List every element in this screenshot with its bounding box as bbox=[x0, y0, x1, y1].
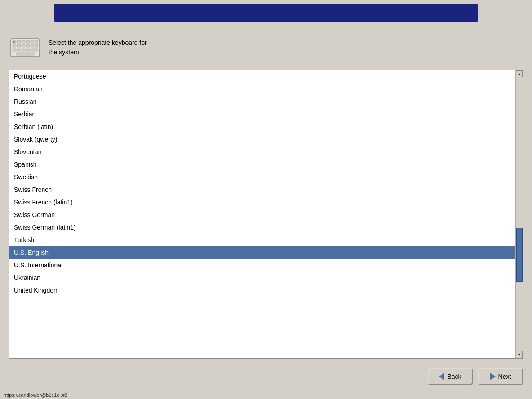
list-item[interactable]: Slovenian bbox=[9, 146, 515, 158]
scroll-thumb[interactable] bbox=[516, 228, 523, 282]
back-label: Back bbox=[447, 373, 461, 380]
list-item[interactable]: Spanish bbox=[9, 158, 515, 171]
header-section: N Select the appropriate keyboard for th… bbox=[9, 31, 523, 64]
svg-rect-8 bbox=[17, 44, 21, 47]
instruction-line2: the system. bbox=[49, 49, 81, 56]
list-item[interactable]: Swiss German bbox=[9, 208, 515, 221]
list-item[interactable]: Slovak (qwerty) bbox=[9, 133, 515, 146]
svg-rect-5 bbox=[31, 40, 34, 43]
list-item[interactable]: U.S. English bbox=[9, 246, 515, 259]
top-bar bbox=[54, 4, 478, 22]
instruction-line1: Select the appropriate keyboard for bbox=[49, 39, 147, 46]
next-label: Next bbox=[498, 373, 511, 380]
svg-rect-4 bbox=[26, 40, 30, 43]
list-item[interactable]: Russian bbox=[9, 95, 515, 108]
keyboard-list[interactable]: PortugueseRomanianRussianSerbianSerbian … bbox=[9, 70, 515, 358]
list-item[interactable]: Serbian bbox=[9, 108, 515, 120]
scroll-track bbox=[516, 77, 523, 351]
list-item[interactable]: Swedish bbox=[9, 171, 515, 183]
svg-rect-6 bbox=[35, 40, 38, 43]
bottom-buttons: Back Next bbox=[428, 368, 523, 385]
scroll-down-button[interactable]: ▼ bbox=[516, 351, 523, 358]
keyboard-list-container: PortugueseRomanianRussianSerbianSerbian … bbox=[9, 70, 523, 359]
list-item[interactable]: Ukrainian bbox=[9, 271, 515, 284]
svg-rect-3 bbox=[22, 40, 25, 43]
svg-rect-2 bbox=[17, 40, 21, 43]
svg-rect-7 bbox=[13, 44, 16, 47]
list-item[interactable]: Romanian bbox=[9, 83, 515, 95]
list-item[interactable]: Serbian (latin) bbox=[9, 120, 515, 133]
list-item[interactable]: United Kingdom bbox=[9, 284, 515, 297]
svg-rect-12 bbox=[35, 44, 38, 47]
list-item[interactable]: Turkish bbox=[9, 234, 515, 246]
svg-rect-10 bbox=[26, 44, 30, 47]
status-text: https://candlower@b1c1oi.#2 bbox=[4, 392, 67, 398]
status-bar: https://candlower@b1c1oi.#2 bbox=[0, 390, 532, 399]
list-item[interactable]: Swiss French (latin1) bbox=[9, 196, 515, 208]
list-item[interactable]: Swiss German (latin1) bbox=[9, 221, 515, 234]
svg-rect-18 bbox=[16, 53, 34, 55]
svg-rect-14 bbox=[17, 49, 21, 51]
svg-rect-13 bbox=[13, 49, 16, 51]
svg-rect-11 bbox=[31, 44, 34, 47]
header-text: Select the appropriate keyboard for the … bbox=[49, 38, 147, 57]
back-button[interactable]: Back bbox=[428, 368, 473, 385]
svg-rect-17 bbox=[31, 49, 38, 51]
keyboard-icon: N bbox=[9, 35, 41, 60]
next-arrow-icon bbox=[490, 373, 496, 380]
list-item[interactable]: U.S. International bbox=[9, 259, 515, 271]
list-item[interactable]: Swiss French bbox=[9, 183, 515, 196]
svg-text:N: N bbox=[13, 41, 15, 44]
next-button[interactable]: Next bbox=[478, 368, 523, 385]
svg-rect-15 bbox=[22, 49, 25, 51]
svg-rect-16 bbox=[26, 49, 30, 51]
list-item[interactable]: Portuguese bbox=[9, 70, 515, 83]
scroll-up-button[interactable]: ▲ bbox=[516, 70, 523, 77]
svg-rect-9 bbox=[22, 44, 25, 47]
scrollbar[interactable]: ▲ ▼ bbox=[515, 70, 523, 358]
back-arrow-icon bbox=[439, 373, 444, 380]
